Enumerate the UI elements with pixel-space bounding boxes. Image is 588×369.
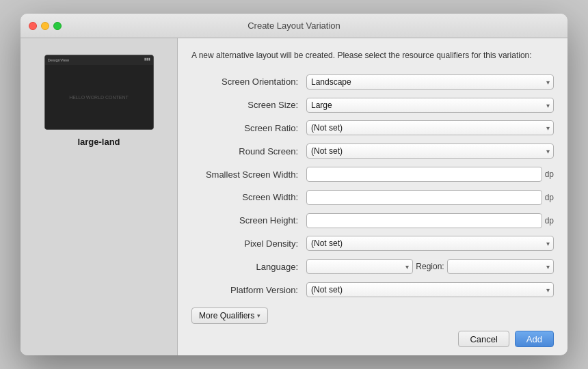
screen-height-unit: dp xyxy=(545,216,554,226)
region-select-wrapper xyxy=(447,259,554,274)
window-title: Create Layout Variation xyxy=(248,20,340,31)
pixel-density-control: (Not set) ldpi mdpi hdpi xhdpi xxhdpi xx… xyxy=(306,236,554,251)
traffic-lights xyxy=(29,22,62,30)
cancel-button[interactable]: Cancel xyxy=(458,331,509,347)
dialog-window: Create Layout Variation DesignView ▮▮▮ H… xyxy=(21,14,567,355)
more-qualifiers-chevron-icon: ▾ xyxy=(257,312,260,319)
pixel-density-label: Pixel Density: xyxy=(191,238,301,249)
screen-size-label: Screen Size: xyxy=(191,100,301,110)
platform-version-control: (Not set) xyxy=(306,282,554,297)
screen-size-select-wrapper: Large Small Normal Xlarge (Not set) xyxy=(306,98,554,113)
screen-width-control: dp xyxy=(306,190,554,205)
round-screen-control: (Not set) Round Not Round xyxy=(306,144,554,159)
screen-height-label: Screen Height: xyxy=(191,215,301,226)
preview-content-text: HELLO WORLD CONTENT xyxy=(69,95,129,100)
language-label: Language: xyxy=(191,262,301,272)
close-button[interactable] xyxy=(29,22,37,30)
layout-preview: DesignView ▮▮▮ HELLO WORLD CONTENT xyxy=(44,55,154,130)
screen-size-select[interactable]: Large Small Normal Xlarge (Not set) xyxy=(306,98,554,113)
screen-width-input[interactable] xyxy=(306,190,542,205)
language-select-wrapper xyxy=(306,259,413,274)
language-select[interactable] xyxy=(306,259,413,274)
screen-size-control: Large Small Normal Xlarge (Not set) xyxy=(306,98,554,113)
smallest-screen-width-input[interactable] xyxy=(306,167,542,182)
smallest-screen-width-control: dp xyxy=(306,167,554,182)
preview-title-bar: DesignView ▮▮▮ xyxy=(45,55,153,65)
preview-label: large-land xyxy=(77,137,120,147)
left-panel: DesignView ▮▮▮ HELLO WORLD CONTENT large… xyxy=(21,38,178,355)
minimize-button[interactable] xyxy=(41,22,49,30)
preview-status: ▮▮▮ xyxy=(144,57,150,61)
region-label: Region: xyxy=(416,262,444,271)
round-screen-select[interactable]: (Not set) Round Not Round xyxy=(306,144,554,159)
screen-orientation-label: Screen Orientation: xyxy=(191,77,301,87)
pixel-density-select-wrapper: (Not set) ldpi mdpi hdpi xhdpi xxhdpi xx… xyxy=(306,236,554,251)
platform-version-select[interactable]: (Not set) xyxy=(306,282,554,297)
smallest-screen-width-unit: dp xyxy=(545,169,554,179)
screen-orientation-select[interactable]: Landscape Portrait (Not set) xyxy=(306,74,554,90)
screen-ratio-control: (Not set) Long Not Long xyxy=(306,120,554,135)
maximize-button[interactable] xyxy=(53,22,62,30)
form-grid: Screen Orientation: Landscape Portrait (… xyxy=(191,72,554,299)
screen-ratio-label: Screen Ratio: xyxy=(191,123,301,133)
more-qualifiers-button[interactable]: More Qualifiers ▾ xyxy=(191,308,268,324)
screen-width-unit: dp xyxy=(545,193,554,202)
preview-app-name: DesignView xyxy=(48,58,70,62)
more-qualifiers-row: More Qualifiers ▾ xyxy=(191,308,554,324)
window-body: DesignView ▮▮▮ HELLO WORLD CONTENT large… xyxy=(21,38,567,355)
region-select[interactable] xyxy=(447,259,554,274)
screen-orientation-select-wrapper: Landscape Portrait (Not set) xyxy=(306,74,554,90)
language-control: Region: xyxy=(306,259,554,274)
more-qualifiers-label: More Qualifiers xyxy=(199,311,254,320)
right-panel: A new alternative layout will be created… xyxy=(178,38,567,355)
screen-ratio-select[interactable]: (Not set) Long Not Long xyxy=(306,120,554,135)
bottom-section: More Qualifiers ▾ Cancel Add xyxy=(191,308,554,347)
screen-height-input[interactable] xyxy=(306,213,542,228)
add-button[interactable]: Add xyxy=(515,331,554,347)
pixel-density-select[interactable]: (Not set) ldpi mdpi hdpi xhdpi xxhdpi xx… xyxy=(306,236,554,251)
screen-orientation-control: Landscape Portrait (Not set) xyxy=(306,74,554,90)
preview-content-area: HELLO WORLD CONTENT xyxy=(45,65,153,129)
title-bar: Create Layout Variation xyxy=(21,14,567,38)
platform-version-select-wrapper: (Not set) xyxy=(306,282,554,297)
screen-height-control: dp xyxy=(306,213,554,228)
screen-width-label: Screen Width: xyxy=(191,192,301,202)
smallest-screen-width-label: Smallest Screen Width: xyxy=(191,169,301,180)
round-screen-select-wrapper: (Not set) Round Not Round xyxy=(306,144,554,159)
round-screen-label: Round Screen: xyxy=(191,146,301,156)
screen-ratio-select-wrapper: (Not set) Long Not Long xyxy=(306,120,554,135)
platform-version-label: Platform Version: xyxy=(191,285,301,295)
action-buttons: Cancel Add xyxy=(191,331,554,347)
description-text: A new alternative layout will be created… xyxy=(191,49,554,62)
